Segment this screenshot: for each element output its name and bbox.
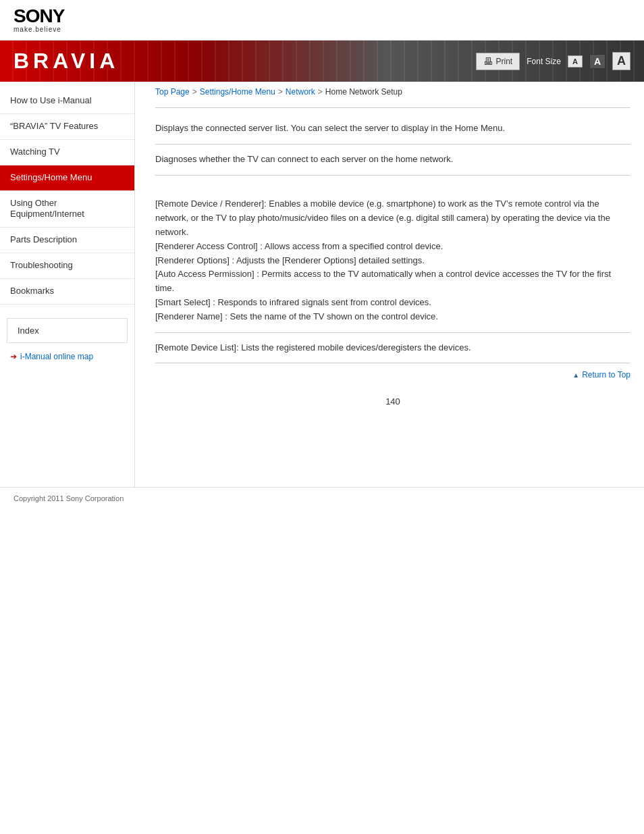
sidebar-item-using-other-equipment[interactable]: Using Other Equipment/Internet [0,191,134,228]
sidebar-item-watching-tv[interactable]: Watching TV [0,140,134,165]
sidebar-item-troubleshooting[interactable]: Troubleshooting [0,253,134,279]
content-area: Top Page > Settings/Home Menu > Network … [135,82,644,487]
sidebar-item-how-to-use[interactable]: How to Use i-Manual [0,88,134,114]
content-block-2: Diagnoses whether the TV can connect to … [155,145,630,176]
content-block-4: [Remote Device List]: Lists the register… [155,333,630,364]
sidebar-item-parts-description[interactable]: Parts Description [0,228,134,253]
print-button[interactable]: 🖶 Print [476,53,520,70]
triangle-up-icon: ▲ [572,371,579,379]
sidebar-item-index[interactable]: Index [7,318,128,343]
font-size-label: Font Size [527,57,561,66]
bravia-banner: BRAVIA 🖶 Print Font Size A A A [0,41,644,82]
breadcrumb-network[interactable]: Network [286,87,315,97]
print-label: Print [496,57,513,66]
breadcrumb-sep-1: > [192,87,197,97]
breadcrumb-sep-2: > [278,87,283,97]
breadcrumb-current: Home Network Setup [325,87,402,97]
sidebar-item-settings-home-menu[interactable]: Settings/Home Menu [0,165,134,191]
sony-tagline: make.believe [14,26,61,33]
sidebar-spacer [0,305,134,315]
sidebar: How to Use i-Manual “BRAVIA” TV Features… [0,82,135,487]
breadcrumb-sep-3: > [318,87,323,97]
content-block-3: [Remote Device / Renderer]: Enables a mo… [155,176,630,333]
font-large-button[interactable]: A [612,52,630,70]
copyright-text: Copyright 2011 Sony Corporation [14,494,124,502]
bravia-title: BRAVIA [14,49,119,74]
top-header: SONY make.believe [0,0,644,41]
page-number: 140 [155,386,630,417]
footer: Copyright 2011 Sony Corporation [0,487,644,509]
main-layout: How to Use i-Manual “BRAVIA” TV Features… [0,82,644,487]
font-medium-button[interactable]: A [589,54,606,69]
font-small-button[interactable]: A [568,55,583,68]
return-to-top[interactable]: ▲ Return to Top [155,363,630,386]
top-divider [155,107,630,108]
breadcrumb-top[interactable]: Top Page [155,87,190,97]
arrow-icon: ➔ [10,352,17,361]
sidebar-item-bravia-features[interactable]: “BRAVIA” TV Features [0,114,134,140]
breadcrumb-settings[interactable]: Settings/Home Menu [200,87,275,97]
banner-controls: 🖶 Print Font Size A A A [476,52,630,70]
sony-wordmark: SONY [14,7,64,26]
print-icon: 🖶 [483,56,493,67]
sony-logo: SONY make.believe [14,7,64,33]
sidebar-item-bookmarks[interactable]: Bookmarks [0,279,134,305]
online-map-link[interactable]: ➔ i-Manual online map [0,346,134,367]
breadcrumb: Top Page > Settings/Home Menu > Network … [155,82,630,102]
content-block-1: Displays the connected server list. You … [155,113,630,145]
